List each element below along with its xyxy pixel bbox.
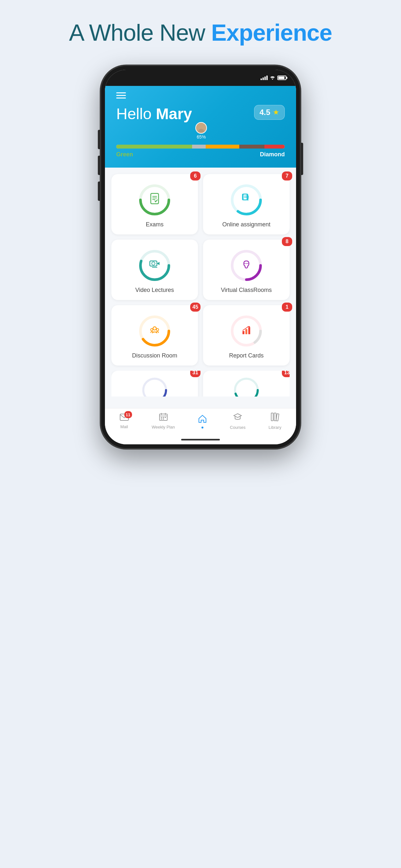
circle-online-assignment xyxy=(230,184,263,216)
svg-point-32 xyxy=(151,329,153,331)
library-label: Library xyxy=(269,425,281,430)
video-lectures-label: Video Lectures xyxy=(135,287,174,293)
home-active-dot xyxy=(202,427,204,429)
progress-percent: 65% xyxy=(197,134,206,140)
grid-row-2: Video Lectures 8 xyxy=(112,240,289,300)
card-online-assignment[interactable]: 7 xyxy=(203,174,289,235)
badge-discussion-room: 45 xyxy=(190,303,201,312)
svg-point-22 xyxy=(152,262,155,265)
svg-rect-54 xyxy=(274,413,276,421)
badge-online-assignment: 7 xyxy=(282,172,292,181)
home-indicator-bar xyxy=(105,436,296,444)
svg-point-0 xyxy=(272,79,273,80)
courses-icon xyxy=(233,412,242,424)
online-assignment-label: Online assignment xyxy=(222,221,270,228)
battery-icon xyxy=(277,75,286,80)
svg-point-31 xyxy=(153,327,156,330)
circle-exams xyxy=(138,184,171,216)
badge-item-7: 31 xyxy=(190,371,201,377)
exams-icon xyxy=(148,192,161,208)
card-exams[interactable]: 6 xyxy=(112,174,198,235)
progress-segment-red xyxy=(265,145,285,149)
weekly-plan-label: Weekly Plan xyxy=(152,425,175,430)
library-icon xyxy=(271,412,279,424)
headline-accent: Experience xyxy=(211,20,332,45)
grid-row-4: 31 13 xyxy=(112,371,289,397)
signal-bars-icon xyxy=(260,75,268,80)
anchor-right-label: Diamond xyxy=(260,151,285,158)
video-lectures-icon xyxy=(148,258,161,274)
progress-bar xyxy=(116,145,285,149)
phone-mockup: Hello Mary 4.5 ★ xyxy=(100,65,301,449)
virtual-classrooms-icon xyxy=(240,258,253,274)
svg-rect-50 xyxy=(165,417,166,418)
progress-avatar: 65% xyxy=(195,122,207,140)
nav-item-home[interactable] xyxy=(198,414,207,429)
page-wrapper: A Whole New Experience xyxy=(0,0,401,475)
card-virtual-classrooms[interactable]: 8 xyxy=(203,240,289,300)
bottom-nav: 11 Mail xyxy=(105,408,296,436)
progress-segment-orange xyxy=(206,145,239,149)
circle-discussion-room xyxy=(138,315,171,347)
user-avatar xyxy=(195,122,207,134)
card-item-7[interactable]: 31 xyxy=(112,371,198,397)
card-item-8[interactable]: 13 xyxy=(203,371,289,397)
home-icon xyxy=(198,414,207,425)
circle-item-7 xyxy=(142,377,167,397)
exams-label: Exams xyxy=(146,221,163,228)
status-icons xyxy=(260,75,286,81)
badge-virtual-classrooms: 8 xyxy=(282,237,292,246)
card-discussion-room[interactable]: 45 xyxy=(112,305,198,366)
phone-screen: Hello Mary 4.5 ★ xyxy=(105,70,296,444)
wifi-icon xyxy=(270,75,275,81)
nav-item-weekly-plan[interactable]: Weekly Plan xyxy=(152,413,175,430)
online-assignment-icon xyxy=(240,192,253,208)
card-report-cards[interactable]: 1 xyxy=(203,305,289,366)
anchor-left-label: Green xyxy=(116,151,133,158)
home-bar-line xyxy=(181,439,220,440)
circle-report-cards xyxy=(230,315,263,347)
svg-rect-38 xyxy=(248,327,250,334)
svg-rect-49 xyxy=(163,417,164,418)
nav-item-courses[interactable]: Courses xyxy=(230,412,245,430)
header-section: Hello Mary 4.5 ★ xyxy=(105,86,296,167)
svg-rect-5 xyxy=(151,193,158,204)
rating-value: 4.5 xyxy=(259,108,270,117)
grid-row-3: 45 xyxy=(112,305,289,366)
nav-item-library[interactable]: Library xyxy=(269,412,281,430)
svg-point-1 xyxy=(199,125,203,128)
status-bar xyxy=(105,70,296,86)
svg-rect-37 xyxy=(245,329,247,334)
card-video-lectures[interactable]: Video Lectures xyxy=(112,240,198,300)
greeting-text: Hello Mary xyxy=(116,105,192,123)
notch-bar xyxy=(105,70,296,86)
badge-exams: 6 xyxy=(190,172,201,181)
greeting-prefix: Hello xyxy=(116,105,156,122)
svg-point-33 xyxy=(157,329,159,331)
badge-report-cards: 1 xyxy=(282,303,292,312)
page-headline: A Whole New Experience xyxy=(69,20,332,46)
virtual-classrooms-label: Virtual ClassRooms xyxy=(221,287,272,293)
circle-virtual-classrooms xyxy=(230,249,263,282)
badge-item-8: 13 xyxy=(282,371,289,377)
report-cards-icon xyxy=(240,323,253,339)
grid-row-1: 6 xyxy=(112,174,289,235)
progress-segment-brown xyxy=(239,145,265,149)
headline-prefix: A Whole New xyxy=(69,20,211,45)
mail-badge: 11 xyxy=(124,411,132,418)
svg-point-28 xyxy=(247,263,248,264)
hamburger-menu[interactable] xyxy=(116,92,285,98)
nav-item-mail[interactable]: 11 Mail xyxy=(120,413,129,429)
progress-segment-gray xyxy=(192,145,206,149)
svg-point-26 xyxy=(246,263,247,264)
svg-rect-51 xyxy=(161,418,162,420)
circle-video-lectures xyxy=(138,249,171,282)
circle-item-8 xyxy=(234,377,259,397)
svg-rect-48 xyxy=(161,417,162,418)
svg-point-2 xyxy=(198,129,204,132)
mail-label: Mail xyxy=(120,424,128,429)
svg-point-27 xyxy=(244,263,245,264)
svg-rect-55 xyxy=(276,414,279,421)
discussion-room-icon xyxy=(148,323,161,339)
greeting-name: Mary xyxy=(156,105,192,122)
